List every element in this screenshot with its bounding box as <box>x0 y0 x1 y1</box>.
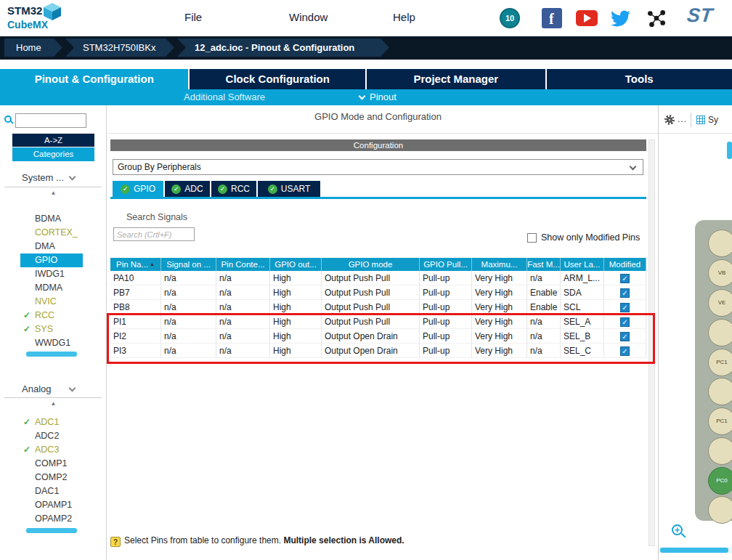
menu-window[interactable]: Window <box>289 11 328 23</box>
table-row-pb7[interactable]: PB7 n/a n/a High Output Push Pull Pull-u… <box>110 285 646 300</box>
peripheral-tab-usart[interactable]: USART <box>258 181 320 197</box>
tab-project-manager[interactable]: Project Manager <box>367 69 545 89</box>
modified-checkbox[interactable] <box>620 317 630 327</box>
bga-pin[interactable] <box>708 378 732 405</box>
sidebar-item-adc1[interactable]: ADC1 <box>0 415 107 429</box>
sidebar-group-analog[interactable]: Analog <box>22 384 103 394</box>
modified-checkbox[interactable] <box>620 274 630 283</box>
bga-pin[interactable] <box>708 496 732 524</box>
breadcrumb-mcu[interactable]: STM32H750IBKx <box>65 38 174 57</box>
sort-az-button[interactable]: A->Z <box>12 134 94 147</box>
sidebar-item-sys[interactable]: SYS <box>0 322 107 336</box>
facebook-icon[interactable] <box>542 8 562 28</box>
show-modified-checkbox[interactable] <box>527 233 537 243</box>
cell-pull: Pull-up <box>420 344 472 358</box>
scroll-up-icon[interactable] <box>0 400 107 407</box>
breadcrumb-project[interactable]: 12_adc.ioc - Pinout & Configuration <box>177 38 389 57</box>
bga-pin[interactable] <box>708 319 732 346</box>
column-max-speed[interactable]: Maximu... <box>472 258 527 271</box>
peripheral-tab-rcc[interactable]: RCC <box>211 181 256 197</box>
group-by-value: Group By Peripherals <box>118 162 201 172</box>
bga-pin[interactable]: PC1 <box>708 349 732 376</box>
modified-checkbox[interactable] <box>620 288 630 298</box>
grid-view-icon[interactable] <box>696 115 705 124</box>
sidebar-item-cortex[interactable]: CORTEX_ <box>0 226 107 240</box>
column-gpio-mode[interactable]: GPIO mode <box>322 258 420 271</box>
sidebar-item-opamp2[interactable]: OPAMP2 <box>0 512 107 526</box>
sidebar-item-rcc[interactable]: RCC <box>0 309 107 322</box>
st-logo-icon[interactable] <box>686 4 728 31</box>
sidebar-item-comp2[interactable]: COMP2 <box>0 471 107 484</box>
sidebar-item-wwdg1[interactable]: WWDG1 <box>0 336 107 350</box>
table-row-pa10[interactable]: PA10 n/a n/a High Output Push Pull Pull-… <box>110 271 646 285</box>
sidebar-item-adc2[interactable]: ADC2 <box>0 429 107 443</box>
ten-years-badge-icon[interactable]: 10 <box>500 8 520 28</box>
scrollbar-thumb[interactable] <box>26 352 77 357</box>
tab-pinout-configuration[interactable]: Pinout & Configuration <box>0 69 188 89</box>
column-fast-mode[interactable]: Fast M... <box>527 258 561 271</box>
breadcrumb-home[interactable]: Home <box>4 38 62 57</box>
group-by-select[interactable]: Group By Peripherals <box>113 159 643 175</box>
peripheral-tab-adc[interactable]: ADC <box>165 181 210 197</box>
bga-pin[interactable]: VB <box>708 259 732 287</box>
network-share-icon[interactable] <box>647 9 666 28</box>
column-gpio-output[interactable]: GPIO out... <box>270 258 322 271</box>
column-user-label[interactable]: User La... <box>561 258 604 271</box>
twitter-icon[interactable] <box>611 9 630 28</box>
modified-checkbox[interactable] <box>620 303 630 312</box>
modified-checkbox[interactable] <box>620 332 630 341</box>
scrollbar-thumb[interactable] <box>26 528 77 533</box>
menu-help[interactable]: Help <box>393 11 415 23</box>
bga-pin[interactable]: PC1 <box>708 407 732 435</box>
column-pin-name[interactable]: Pin Na... <box>110 258 161 271</box>
tab-clock-configuration[interactable]: Clock Configuration <box>190 69 365 89</box>
sidebar-item-nvic[interactable]: NVIC <box>0 295 107 309</box>
sidebar-item-opamp1[interactable]: OPAMP1 <box>0 498 107 512</box>
horizontal-scrollbar-thumb[interactable] <box>660 548 728 553</box>
sidebar-item-dma[interactable]: DMA <box>0 240 107 253</box>
sidebar-item-mdma[interactable]: MDMA <box>0 281 107 295</box>
table-row-pi3[interactable]: PI3 n/a n/a High Output Open Drain Pull-… <box>110 344 646 358</box>
vertical-scrollbar-thumb[interactable] <box>727 142 732 159</box>
more-options[interactable]: ... <box>678 114 687 124</box>
categories-button[interactable]: Categories <box>12 147 94 161</box>
scroll-up-icon[interactable] <box>0 190 107 197</box>
additional-software-toggle[interactable]: Additional Software <box>184 92 265 102</box>
peripheral-search-input[interactable] <box>15 113 86 128</box>
bga-pin[interactable] <box>708 230 732 257</box>
show-modified-label[interactable]: Show only Modified Pins <box>541 232 640 243</box>
menu-file[interactable]: File <box>184 11 202 23</box>
column-gpio-pull[interactable]: GPIO Pull... <box>420 258 472 271</box>
youtube-icon[interactable] <box>576 10 598 26</box>
sidebar-group-system[interactable]: System ... <box>22 172 103 183</box>
zoom-in-icon[interactable] <box>672 524 683 535</box>
signal-search-input[interactable] <box>113 227 195 241</box>
gear-icon[interactable] <box>664 115 675 125</box>
column-modified[interactable]: Modified <box>604 258 646 271</box>
modified-checkbox[interactable] <box>620 346 630 356</box>
bga-pin[interactable]: VE <box>708 289 732 317</box>
sidebar-item-bdma[interactable]: BDMA <box>0 212 107 226</box>
sidebar-item-iwdg1[interactable]: IWDG1 <box>0 267 107 281</box>
pinout-toggle[interactable]: Pinout <box>359 92 396 102</box>
chevron-down-icon <box>69 385 76 392</box>
item-label: ADC1 <box>35 417 59 427</box>
sidebar-item-gpio[interactable]: GPIO <box>20 253 83 267</box>
table-row-pi2[interactable]: PI2 n/a n/a High Output Open Drain Pull-… <box>110 329 646 344</box>
item-label: DAC1 <box>35 486 59 496</box>
peripheral-tab-gpio[interactable]: GPIO <box>113 181 163 197</box>
search-icon <box>4 115 12 123</box>
sidebar-item-dac1[interactable]: DAC1 <box>0 484 107 498</box>
column-pin-context[interactable]: Pin Conte... <box>216 258 270 271</box>
bga-pin[interactable]: PC0 <box>708 467 732 495</box>
bga-pin[interactable] <box>708 437 732 465</box>
cell-fast: Enable <box>527 300 561 315</box>
table-row-pi1[interactable]: PI1 n/a n/a High Output Push Pull Pull-u… <box>110 315 646 329</box>
sidebar-item-comp1[interactable]: COMP1 <box>0 457 107 471</box>
column-signal[interactable]: Signal on ... <box>161 258 216 271</box>
vertical-scrollbar-track[interactable] <box>648 139 655 546</box>
table-row-pb8[interactable]: PB8 n/a n/a High Output Push Pull Pull-u… <box>110 300 646 315</box>
cell-signal: n/a <box>161 344 216 358</box>
sidebar-item-adc3[interactable]: ADC3 <box>0 443 107 457</box>
tab-tools[interactable]: Tools <box>547 69 732 89</box>
